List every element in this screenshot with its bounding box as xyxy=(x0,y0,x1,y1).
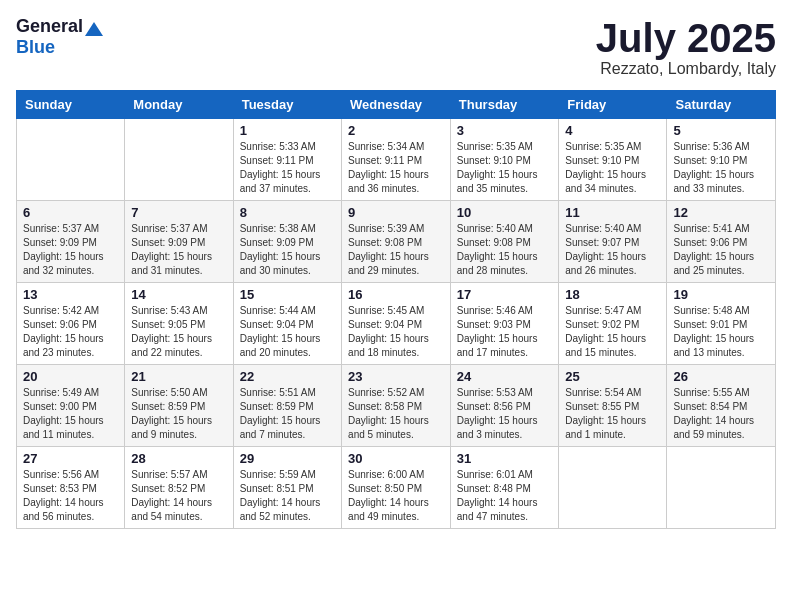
day-detail: Sunrise: 5:54 AM Sunset: 8:55 PM Dayligh… xyxy=(565,386,660,442)
calendar-cell: 11Sunrise: 5:40 AM Sunset: 9:07 PM Dayli… xyxy=(559,201,667,283)
day-number: 24 xyxy=(457,369,553,384)
calendar-cell: 27Sunrise: 5:56 AM Sunset: 8:53 PM Dayli… xyxy=(17,447,125,529)
header: General Blue July 2025 Rezzato, Lombardy… xyxy=(16,16,776,78)
day-detail: Sunrise: 5:37 AM Sunset: 9:09 PM Dayligh… xyxy=(23,222,118,278)
day-number: 22 xyxy=(240,369,335,384)
title-area: July 2025 Rezzato, Lombardy, Italy xyxy=(596,16,776,78)
calendar-header-monday: Monday xyxy=(125,91,233,119)
day-number: 4 xyxy=(565,123,660,138)
calendar-cell: 22Sunrise: 5:51 AM Sunset: 8:59 PM Dayli… xyxy=(233,365,341,447)
calendar-cell: 19Sunrise: 5:48 AM Sunset: 9:01 PM Dayli… xyxy=(667,283,776,365)
month-title: July 2025 xyxy=(596,16,776,60)
day-number: 18 xyxy=(565,287,660,302)
day-number: 17 xyxy=(457,287,553,302)
day-number: 16 xyxy=(348,287,444,302)
day-detail: Sunrise: 5:35 AM Sunset: 9:10 PM Dayligh… xyxy=(565,140,660,196)
calendar-cell xyxy=(559,447,667,529)
calendar-cell: 4Sunrise: 5:35 AM Sunset: 9:10 PM Daylig… xyxy=(559,119,667,201)
day-number: 9 xyxy=(348,205,444,220)
calendar-cell: 9Sunrise: 5:39 AM Sunset: 9:08 PM Daylig… xyxy=(342,201,451,283)
day-number: 12 xyxy=(673,205,769,220)
calendar-cell: 24Sunrise: 5:53 AM Sunset: 8:56 PM Dayli… xyxy=(450,365,559,447)
calendar-cell: 5Sunrise: 5:36 AM Sunset: 9:10 PM Daylig… xyxy=(667,119,776,201)
calendar-cell: 20Sunrise: 5:49 AM Sunset: 9:00 PM Dayli… xyxy=(17,365,125,447)
day-detail: Sunrise: 5:52 AM Sunset: 8:58 PM Dayligh… xyxy=(348,386,444,442)
calendar-cell: 13Sunrise: 5:42 AM Sunset: 9:06 PM Dayli… xyxy=(17,283,125,365)
calendar-week-row: 6Sunrise: 5:37 AM Sunset: 9:09 PM Daylig… xyxy=(17,201,776,283)
day-number: 8 xyxy=(240,205,335,220)
calendar-cell xyxy=(667,447,776,529)
day-number: 25 xyxy=(565,369,660,384)
day-number: 23 xyxy=(348,369,444,384)
day-detail: Sunrise: 5:53 AM Sunset: 8:56 PM Dayligh… xyxy=(457,386,553,442)
calendar-cell: 14Sunrise: 5:43 AM Sunset: 9:05 PM Dayli… xyxy=(125,283,233,365)
day-detail: Sunrise: 5:57 AM Sunset: 8:52 PM Dayligh… xyxy=(131,468,226,524)
logo-icon xyxy=(85,22,103,36)
calendar-cell: 18Sunrise: 5:47 AM Sunset: 9:02 PM Dayli… xyxy=(559,283,667,365)
logo-blue: Blue xyxy=(16,37,55,57)
svg-marker-0 xyxy=(85,22,103,36)
calendar-cell: 10Sunrise: 5:40 AM Sunset: 9:08 PM Dayli… xyxy=(450,201,559,283)
day-number: 31 xyxy=(457,451,553,466)
day-detail: Sunrise: 5:38 AM Sunset: 9:09 PM Dayligh… xyxy=(240,222,335,278)
day-number: 6 xyxy=(23,205,118,220)
calendar-cell: 2Sunrise: 5:34 AM Sunset: 9:11 PM Daylig… xyxy=(342,119,451,201)
location-title: Rezzato, Lombardy, Italy xyxy=(596,60,776,78)
calendar-cell: 29Sunrise: 5:59 AM Sunset: 8:51 PM Dayli… xyxy=(233,447,341,529)
day-detail: Sunrise: 5:56 AM Sunset: 8:53 PM Dayligh… xyxy=(23,468,118,524)
day-number: 14 xyxy=(131,287,226,302)
logo-general: General xyxy=(16,16,83,37)
calendar: SundayMondayTuesdayWednesdayThursdayFrid… xyxy=(16,90,776,529)
calendar-cell: 3Sunrise: 5:35 AM Sunset: 9:10 PM Daylig… xyxy=(450,119,559,201)
calendar-header-sunday: Sunday xyxy=(17,91,125,119)
calendar-cell: 15Sunrise: 5:44 AM Sunset: 9:04 PM Dayli… xyxy=(233,283,341,365)
day-detail: Sunrise: 5:43 AM Sunset: 9:05 PM Dayligh… xyxy=(131,304,226,360)
day-number: 29 xyxy=(240,451,335,466)
day-number: 3 xyxy=(457,123,553,138)
day-number: 7 xyxy=(131,205,226,220)
calendar-cell: 12Sunrise: 5:41 AM Sunset: 9:06 PM Dayli… xyxy=(667,201,776,283)
calendar-cell: 17Sunrise: 5:46 AM Sunset: 9:03 PM Dayli… xyxy=(450,283,559,365)
day-detail: Sunrise: 5:47 AM Sunset: 9:02 PM Dayligh… xyxy=(565,304,660,360)
day-number: 11 xyxy=(565,205,660,220)
day-number: 30 xyxy=(348,451,444,466)
day-detail: Sunrise: 5:39 AM Sunset: 9:08 PM Dayligh… xyxy=(348,222,444,278)
day-detail: Sunrise: 5:36 AM Sunset: 9:10 PM Dayligh… xyxy=(673,140,769,196)
calendar-week-row: 20Sunrise: 5:49 AM Sunset: 9:00 PM Dayli… xyxy=(17,365,776,447)
calendar-cell: 23Sunrise: 5:52 AM Sunset: 8:58 PM Dayli… xyxy=(342,365,451,447)
calendar-cell: 28Sunrise: 5:57 AM Sunset: 8:52 PM Dayli… xyxy=(125,447,233,529)
day-detail: Sunrise: 5:45 AM Sunset: 9:04 PM Dayligh… xyxy=(348,304,444,360)
calendar-week-row: 27Sunrise: 5:56 AM Sunset: 8:53 PM Dayli… xyxy=(17,447,776,529)
calendar-header-friday: Friday xyxy=(559,91,667,119)
calendar-cell: 6Sunrise: 5:37 AM Sunset: 9:09 PM Daylig… xyxy=(17,201,125,283)
day-number: 13 xyxy=(23,287,118,302)
day-detail: Sunrise: 6:01 AM Sunset: 8:48 PM Dayligh… xyxy=(457,468,553,524)
calendar-cell: 8Sunrise: 5:38 AM Sunset: 9:09 PM Daylig… xyxy=(233,201,341,283)
day-detail: Sunrise: 5:48 AM Sunset: 9:01 PM Dayligh… xyxy=(673,304,769,360)
calendar-header-saturday: Saturday xyxy=(667,91,776,119)
calendar-cell: 26Sunrise: 5:55 AM Sunset: 8:54 PM Dayli… xyxy=(667,365,776,447)
calendar-header-tuesday: Tuesday xyxy=(233,91,341,119)
day-detail: Sunrise: 5:59 AM Sunset: 8:51 PM Dayligh… xyxy=(240,468,335,524)
calendar-header-thursday: Thursday xyxy=(450,91,559,119)
calendar-week-row: 1Sunrise: 5:33 AM Sunset: 9:11 PM Daylig… xyxy=(17,119,776,201)
day-detail: Sunrise: 5:46 AM Sunset: 9:03 PM Dayligh… xyxy=(457,304,553,360)
logo: General Blue xyxy=(16,16,103,58)
calendar-cell: 31Sunrise: 6:01 AM Sunset: 8:48 PM Dayli… xyxy=(450,447,559,529)
day-detail: Sunrise: 5:40 AM Sunset: 9:08 PM Dayligh… xyxy=(457,222,553,278)
day-detail: Sunrise: 5:41 AM Sunset: 9:06 PM Dayligh… xyxy=(673,222,769,278)
day-detail: Sunrise: 5:49 AM Sunset: 9:00 PM Dayligh… xyxy=(23,386,118,442)
calendar-cell: 16Sunrise: 5:45 AM Sunset: 9:04 PM Dayli… xyxy=(342,283,451,365)
day-number: 27 xyxy=(23,451,118,466)
calendar-cell: 30Sunrise: 6:00 AM Sunset: 8:50 PM Dayli… xyxy=(342,447,451,529)
day-number: 26 xyxy=(673,369,769,384)
day-detail: Sunrise: 5:37 AM Sunset: 9:09 PM Dayligh… xyxy=(131,222,226,278)
calendar-cell: 7Sunrise: 5:37 AM Sunset: 9:09 PM Daylig… xyxy=(125,201,233,283)
day-detail: Sunrise: 5:34 AM Sunset: 9:11 PM Dayligh… xyxy=(348,140,444,196)
calendar-header-wednesday: Wednesday xyxy=(342,91,451,119)
day-number: 15 xyxy=(240,287,335,302)
day-number: 10 xyxy=(457,205,553,220)
day-detail: Sunrise: 5:51 AM Sunset: 8:59 PM Dayligh… xyxy=(240,386,335,442)
calendar-cell xyxy=(17,119,125,201)
day-number: 5 xyxy=(673,123,769,138)
